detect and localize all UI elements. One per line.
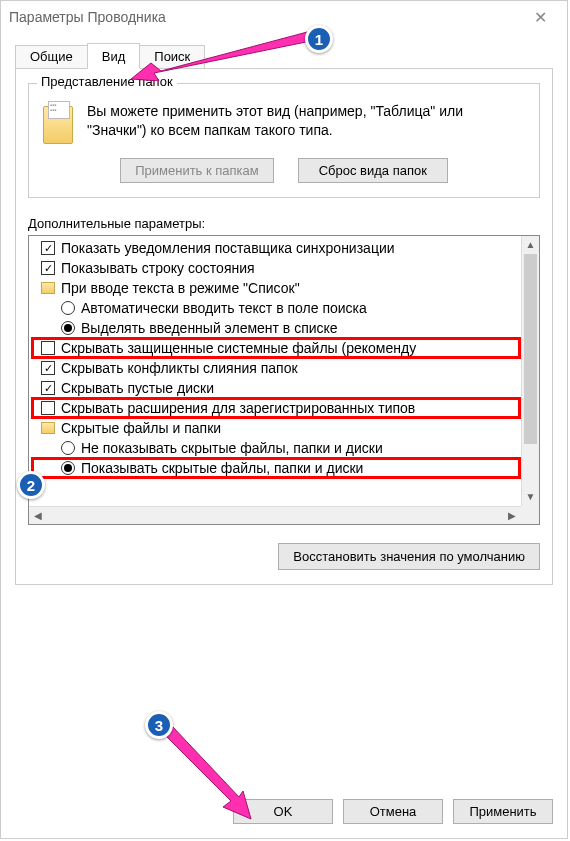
checkbox[interactable]: ✓ <box>41 241 55 255</box>
scroll-corner <box>521 506 539 524</box>
checkbox[interactable]: ✓ <box>41 361 55 375</box>
scroll-down-icon[interactable]: ▼ <box>522 488 539 506</box>
folder-icon <box>41 282 55 294</box>
cancel-button[interactable]: Отмена <box>343 799 443 824</box>
checkbox[interactable] <box>41 341 55 355</box>
restore-defaults-button[interactable]: Восстановить значения по умолчанию <box>278 543 540 570</box>
apply-button[interactable]: Применить <box>453 799 553 824</box>
tree-item-label: Показать уведомления поставщика синхрони… <box>61 240 395 256</box>
radio[interactable] <box>61 441 75 455</box>
folder-views-legend: Представление папок <box>37 74 177 89</box>
checkbox[interactable] <box>41 401 55 415</box>
tree-item-label: При вводе текста в режиме "Список" <box>61 280 300 296</box>
advanced-label: Дополнительные параметры: <box>28 216 540 231</box>
tree-item-label: Скрывать пустые диски <box>61 380 214 396</box>
tree-item-0[interactable]: ✓Показать уведомления поставщика синхрон… <box>33 238 517 258</box>
radio[interactable] <box>61 321 75 335</box>
scroll-right-icon[interactable]: ▶ <box>503 507 521 525</box>
horizontal-scrollbar[interactable]: ◀ ▶ <box>29 506 521 524</box>
tree-item-label: Не показывать скрытые файлы, папки и дис… <box>81 440 383 456</box>
tree-item-label: Автоматически вводить текст в поле поиск… <box>81 300 367 316</box>
tab-panel: Представление папок ▪▪▪▪▪▪ Вы можете при… <box>15 68 553 585</box>
dialog-window: Параметры Проводника ✕ Общие Вид Поиск П… <box>0 0 568 839</box>
close-icon[interactable]: ✕ <box>522 4 559 31</box>
vertical-scrollbar[interactable]: ▲ ▼ <box>521 236 539 506</box>
folder-views-description: Вы можете применить этот вид (например, … <box>87 102 525 140</box>
tab-strip: Общие Вид Поиск <box>15 43 553 69</box>
tree-item-6[interactable]: ✓Скрывать конфликты слияния папок <box>33 358 517 378</box>
tree-item-label: Показывать строку состояния <box>61 260 255 276</box>
folder-icon <box>41 422 55 434</box>
folder-icon: ▪▪▪▪▪▪ <box>43 106 73 144</box>
tree-item-1[interactable]: ✓Показывать строку состояния <box>33 258 517 278</box>
tree-item-8[interactable]: Скрывать расширения для зарегистрированн… <box>33 398 517 418</box>
tree-item-5[interactable]: Скрывать защищенные системные файлы (рек… <box>33 338 517 358</box>
tree-item-label: Скрывать конфликты слияния папок <box>61 360 298 376</box>
annotation-badge-1: 1 <box>305 25 333 53</box>
tree-item-11[interactable]: Показывать скрытые файлы, папки и диски <box>33 458 517 478</box>
reset-folders-button[interactable]: Сброс вида папок <box>298 158 448 183</box>
radio[interactable] <box>61 301 75 315</box>
content-area: Общие Вид Поиск Представление папок ▪▪▪▪… <box>1 33 567 599</box>
tab-view[interactable]: Вид <box>87 43 141 69</box>
window-title: Параметры Проводника <box>9 9 522 25</box>
tree-item-7[interactable]: ✓Скрывать пустые диски <box>33 378 517 398</box>
tree-item-3[interactable]: Автоматически вводить текст в поле поиск… <box>33 298 517 318</box>
tree-item-label: Выделять введенный элемент в списке <box>81 320 338 336</box>
scroll-thumb[interactable] <box>524 254 537 444</box>
tree-item-4[interactable]: Выделять введенный элемент в списке <box>33 318 517 338</box>
folder-views-group: Представление папок ▪▪▪▪▪▪ Вы можете при… <box>28 83 540 198</box>
tree-item-10[interactable]: Не показывать скрытые файлы, папки и дис… <box>33 438 517 458</box>
tree-item-label: Показывать скрытые файлы, папки и диски <box>81 460 363 476</box>
tree-item-9[interactable]: Скрытые файлы и папки <box>33 418 517 438</box>
scroll-up-icon[interactable]: ▲ <box>522 236 539 254</box>
checkbox[interactable]: ✓ <box>41 381 55 395</box>
checkbox[interactable]: ✓ <box>41 261 55 275</box>
tree-item-label: Скрывать защищенные системные файлы (рек… <box>61 340 416 356</box>
titlebar: Параметры Проводника ✕ <box>1 1 567 33</box>
tree-item-2[interactable]: При вводе текста в режиме "Список" <box>33 278 517 298</box>
dialog-buttons: OK Отмена Применить <box>233 799 553 824</box>
apply-to-folders-button[interactable]: Применить к папкам <box>120 158 274 183</box>
tree-item-label: Скрывать расширения для зарегистрированн… <box>61 400 415 416</box>
annotation-badge-3: 3 <box>145 711 173 739</box>
scroll-left-icon[interactable]: ◀ <box>29 507 47 525</box>
advanced-settings-tree[interactable]: ✓Показать уведомления поставщика синхрон… <box>28 235 540 525</box>
tree-item-label: Скрытые файлы и папки <box>61 420 221 436</box>
radio[interactable] <box>61 461 75 475</box>
ok-button[interactable]: OK <box>233 799 333 824</box>
annotation-badge-2: 2 <box>17 471 45 499</box>
